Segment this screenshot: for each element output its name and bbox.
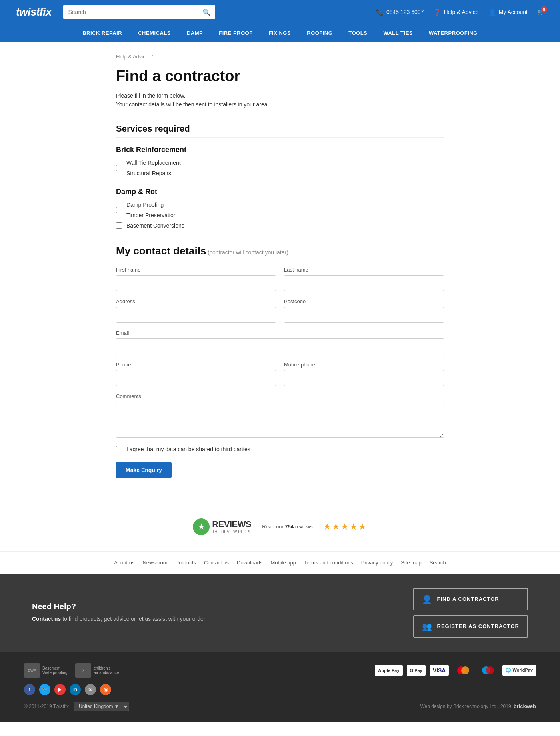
- damp-rot-group: Damp & Rot Damp Proofing Timber Preserva…: [116, 188, 444, 229]
- basement-label: Basement Conversions: [126, 222, 184, 229]
- site-logo[interactable]: twistfix: [16, 6, 51, 18]
- nav-brick-repair[interactable]: BRICK REPAIR: [74, 24, 130, 42]
- nav-tools[interactable]: TOOLS: [340, 24, 375, 42]
- register-contractor-icon: 👥: [422, 622, 432, 631]
- footer-link-downloads[interactable]: Downloads: [237, 560, 262, 566]
- brickweb-logo: brickweb: [514, 703, 536, 709]
- address-row: Address Postcode: [116, 298, 444, 323]
- nav-chemicals[interactable]: CHEMICALS: [130, 24, 179, 42]
- make-enquiry-button[interactable]: Make enquiry: [116, 462, 172, 478]
- account-icon: 👤: [488, 8, 496, 16]
- reviews-bar: ★ REVIEWS THE REVIEW PEOPLE Read our 754…: [0, 502, 560, 551]
- first-name-input[interactable]: [116, 275, 276, 291]
- payment-icons: Apple Pay G Pay VISA 🌐 WorldPay: [375, 665, 536, 676]
- address-group: Address: [116, 298, 276, 323]
- nav-fire-proof[interactable]: FIRE PROOF: [211, 24, 260, 42]
- footer-links: About us Newsroom Products Contact us Do…: [0, 551, 560, 574]
- web-design-credit: Web design by Brick technology Ltd., 201…: [420, 703, 536, 709]
- footer-link-privacy[interactable]: Privacy policy: [361, 560, 393, 566]
- reviews-stars: ★★★★★: [323, 522, 367, 532]
- apple-pay-icon: Apple Pay: [375, 665, 402, 676]
- timber-checkbox[interactable]: [116, 212, 122, 218]
- contact-form-title: My contact details: [116, 245, 206, 257]
- nav-damp[interactable]: DAMP: [179, 24, 211, 42]
- main-nav: BRICK REPAIR CHEMICALS DAMP FIRE PROOF F…: [0, 24, 560, 42]
- web-design-text: Web design by Brick technology Ltd., 201…: [420, 704, 511, 709]
- structural-checkbox[interactable]: [116, 170, 122, 176]
- footer-link-sitemap[interactable]: Site map: [401, 560, 421, 566]
- worldpay-icon: 🌐 WorldPay: [502, 665, 536, 676]
- search-bar: 🔍: [63, 5, 215, 19]
- phone-group: Phone: [116, 362, 276, 386]
- reviews-logo: ★ REVIEWS THE REVIEW PEOPLE: [193, 518, 254, 535]
- twitter-icon[interactable]: 🐦: [39, 684, 50, 695]
- damp-proofing-checkbox[interactable]: [116, 202, 122, 208]
- footer-link-terms[interactable]: Terms and conditions: [304, 560, 353, 566]
- youtube-icon[interactable]: ▶: [54, 684, 66, 695]
- cta-desc-rest: to find products, get advice or let us a…: [62, 616, 206, 622]
- copyright-row: © 2011-2019 Twistfix United Kingdom ▼ We…: [24, 702, 536, 711]
- caa-icon: ✈: [75, 663, 91, 678]
- search-button[interactable]: 🔍: [198, 5, 215, 19]
- email-label: Email: [116, 330, 444, 336]
- phone-number: 0845 123 6007: [386, 9, 424, 15]
- comments-input[interactable]: [116, 402, 444, 438]
- bwp-icon: BWP: [24, 663, 40, 678]
- wall-tie-checkbox[interactable]: [116, 160, 122, 166]
- agree-checkbox[interactable]: [116, 446, 122, 452]
- address-input[interactable]: [116, 307, 276, 323]
- last-name-group: Last name: [284, 267, 444, 291]
- agree-text: I agree that my data can be shared to th…: [126, 446, 250, 452]
- last-name-input[interactable]: [284, 275, 444, 291]
- cta-left: Need Help? Contact us to find products, …: [32, 602, 397, 623]
- register-contractor-button[interactable]: 👥 REGISTER AS CONTRACTOR: [413, 615, 528, 638]
- phone-icon: 📞: [376, 8, 384, 16]
- copyright-text: © 2011-2019 Twistfix: [24, 704, 69, 709]
- phone-input[interactable]: [116, 370, 276, 386]
- search-input[interactable]: [63, 5, 198, 19]
- facebook-icon[interactable]: f: [24, 684, 35, 695]
- find-contractor-icon: 👤: [422, 594, 432, 604]
- footer-link-contact[interactable]: Contact us: [204, 560, 229, 566]
- checkbox-structural[interactable]: Structural Repairs: [116, 170, 444, 176]
- phone-link[interactable]: 📞 0845 123 6007: [376, 8, 424, 16]
- nav-fixings[interactable]: FIXINGS: [261, 24, 299, 42]
- country-selector[interactable]: United Kingdom ▼: [74, 702, 129, 711]
- cta-contact-link[interactable]: Contact us: [32, 616, 61, 622]
- linkedin-icon[interactable]: in: [70, 684, 81, 695]
- nav-waterproofing[interactable]: WATERPROOFING: [421, 24, 486, 42]
- comments-group: Comments: [116, 393, 444, 439]
- account-link[interactable]: 👤 My Account: [488, 8, 528, 16]
- mobile-input[interactable]: [284, 370, 444, 386]
- help-link[interactable]: ❓ Help & Advice: [433, 8, 478, 16]
- footer-link-search[interactable]: Search: [430, 560, 446, 566]
- basement-checkbox[interactable]: [116, 222, 122, 229]
- email-icon[interactable]: ✉: [85, 684, 96, 695]
- footer-link-about[interactable]: About us: [114, 560, 134, 566]
- bottom-footer-top: BWP BasementWaterproofing ✈ children'sai…: [24, 663, 536, 678]
- agree-row[interactable]: I agree that my data can be shared to th…: [116, 446, 444, 452]
- cta-section: Need Help? Contact us to find products, …: [0, 574, 560, 652]
- checkbox-damp[interactable]: Damp Proofing: [116, 202, 444, 208]
- copyright-left: © 2011-2019 Twistfix United Kingdom ▼: [24, 702, 129, 711]
- cart-icon[interactable]: 🛒 9: [537, 9, 544, 15]
- mobile-label: Mobile phone: [284, 362, 444, 368]
- contact-form: First name Last name Address Postcode: [116, 267, 444, 478]
- contact-form-section: My contact details (contractor will cont…: [116, 245, 444, 478]
- nav-wall-ties[interactable]: WALL TIES: [375, 24, 421, 42]
- email-input[interactable]: [116, 338, 444, 354]
- footer-link-mobile[interactable]: Mobile app: [270, 560, 296, 566]
- footer-link-products[interactable]: Products: [176, 560, 196, 566]
- checkbox-timber[interactable]: Timber Preservation: [116, 212, 444, 218]
- postcode-input[interactable]: [284, 307, 444, 323]
- footer-link-newsroom[interactable]: Newsroom: [142, 560, 167, 566]
- phone-row: Phone Mobile phone: [116, 362, 444, 386]
- breadcrumb-parent[interactable]: Help & Advice: [116, 54, 148, 60]
- find-contractor-button[interactable]: 👤 FIND A CONTRACTOR: [413, 588, 528, 610]
- checkbox-wall-tie[interactable]: Wall Tie Replacement: [116, 160, 444, 166]
- rss-icon[interactable]: ◉: [100, 684, 111, 695]
- help-icon: ❓: [433, 8, 441, 16]
- nav-roofing[interactable]: ROOFING: [299, 24, 340, 42]
- page-title: Find a contractor: [116, 68, 444, 85]
- checkbox-basement[interactable]: Basement Conversions: [116, 222, 444, 229]
